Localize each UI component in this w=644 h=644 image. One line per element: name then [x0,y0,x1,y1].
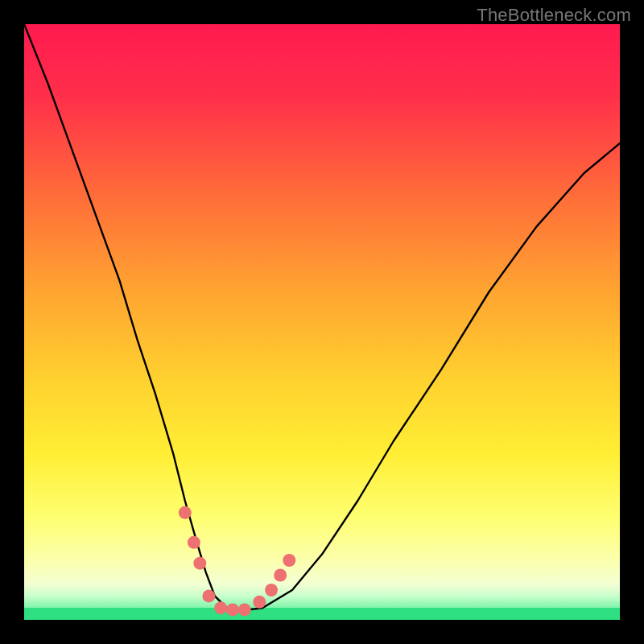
watermark-text: TheBottleneck.com [477,5,631,26]
curve-dot [179,506,192,519]
curve-dot [265,584,278,597]
curve-dot [214,601,227,614]
curve-dot [253,596,266,609]
curve-dot [283,554,295,567]
curve-dot [274,569,287,582]
plot-svg [24,24,620,620]
curve-dot [188,536,200,549]
gradient-background [24,24,620,620]
curve-dot [193,557,206,570]
plot-area [24,24,620,620]
curve-dot [238,603,251,616]
chart-frame: TheBottleneck.com [0,0,644,644]
curve-dot [226,603,239,616]
green-band [24,608,620,620]
curve-dot [202,589,215,602]
